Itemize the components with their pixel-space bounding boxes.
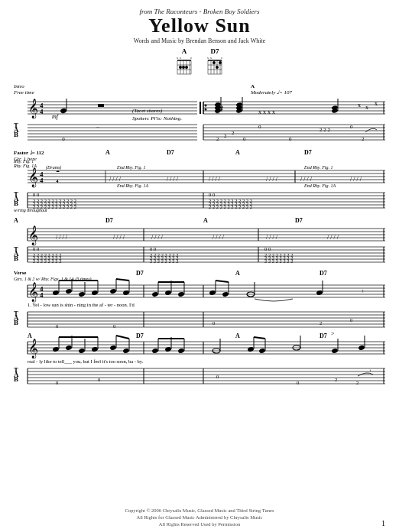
svg-text:/ / / /: / / / / [266,176,278,183]
svg-text:4: 4 [40,108,44,115]
chord-diagrams: A x o o D7 [14,47,385,77]
svg-text:2: 2 [320,320,322,326]
svg-text:Free time: Free time [14,89,34,96]
svg-text:D7: D7 [136,270,144,277]
verse-label: Verse [14,270,26,276]
svg-point-10 [179,66,182,69]
svg-text:2: 2 [335,377,337,382]
svg-text:0: 0 [113,323,115,329]
svg-text:↑: ↑ [362,288,365,294]
svg-text:/ / / /: / / / / [212,234,225,241]
svg-text:D7: D7 [167,149,174,156]
svg-text:/ / / /: / / / / [109,176,122,183]
svg-text:0: 0 [212,320,215,326]
tab-verse1: T A B 0 0 0 2 0 [14,310,385,329]
svg-text:o: o [221,56,222,60]
svg-text:2 2 2 2 2 2 2 2: 2 2 2 2 2 2 2 2 [33,252,61,258]
svg-text:𝄞: 𝄞 [28,99,38,119]
svg-line-243 [216,281,229,282]
svg-text:4: 4 [56,178,59,184]
credits-text: Words and Music by Brendan Benson and Ja… [14,37,385,44]
svg-text:A: A [235,270,240,277]
svg-text:0             0: 0 0 [33,192,39,197]
svg-text:End Rhy. Fig. 1A: End Rhy. Fig. 1A [303,183,336,188]
copyright-line2: All Rights for Glassed Music Administere… [0,514,399,521]
svg-text:2: 2 [356,380,358,385]
svg-text:0: 0 [258,124,261,130]
staff-verse-treble: 𝄞 4 4 [28,279,385,303]
svg-text:2: 2 [224,133,227,139]
svg-text:𝄼: 𝄼 [56,170,60,173]
svg-text:0         0: 0 0 [150,246,156,251]
svg-text:0: 0 [350,124,353,130]
svg-text:o: o [180,56,181,60]
svg-text:Moderately ♩= 107: Moderately ♩= 107 [250,89,292,96]
svg-point-288 [109,345,116,350]
svg-point-246 [316,290,323,295]
svg-point-279 [52,346,59,352]
svg-text:/ / / /: / / / / [350,176,362,183]
svg-text:𝄞: 𝄞 [28,339,38,359]
svg-text:A: A [203,217,208,224]
chord-a-name: A [176,47,193,55]
chord-a: A x o o [176,47,193,77]
svg-rect-46 [98,104,104,107]
chord-d7-grid: x x o [206,56,223,76]
svg-text:0: 0 [56,380,58,385]
svg-text:D7: D7 [304,149,312,156]
svg-text:/ / / /: / / / / [113,234,125,241]
svg-text:0         0: 0 0 [33,246,39,251]
svg-text:A: A [14,217,18,224]
svg-text:/ / / /: / / / / [167,176,179,183]
svg-text:2 2 2: 2 2 2 [320,127,331,133]
svg-point-216 [52,290,59,295]
svg-point-314 [358,345,365,350]
svg-text:4: 4 [40,291,44,299]
svg-point-28 [219,61,222,64]
svg-point-12 [185,66,188,69]
sheet-music: Intro Free time A Moderately ♩= 107 𝄞 4 … [14,80,385,488]
svg-text:0         0: 0 0 [264,246,271,251]
svg-point-283 [78,348,85,353]
svg-text:End Rhy. Fig. 1A: End Rhy. Fig. 1A [116,183,148,188]
staff-riff2-treble: 𝄞 / / / / / / / / / / / / / / / / / / / … [28,225,385,246]
svg-text:A: A [251,83,255,89]
svg-text:/ / / /: / / / / [56,234,68,241]
tab-intro-right: 2 2 2 0 0 0 2 2 2 0 2 [203,124,385,142]
svg-text:D7: D7 [136,332,144,339]
svg-text:𝄞: 𝄞 [28,167,38,188]
music-notation: Intro Free time A Moderately ♩= 107 𝄞 4 … [14,80,385,485]
svg-point-311 [331,348,338,353]
lyrics-line2: real - ly like to tell___ you, but I fee… [28,358,144,364]
svg-text:x: x [207,56,209,60]
svg-text:𝄞: 𝄞 [28,282,38,303]
svg-point-233 [164,290,171,295]
svg-line-308 [254,337,265,339]
svg-point-218 [65,288,72,294]
svg-text:0: 0 [56,323,58,329]
svg-text:o: o [190,56,192,60]
svg-text:D7: D7 [320,332,327,339]
svg-line-229 [116,279,129,281]
svg-text:0: 0 [62,136,65,142]
svg-text:0: 0 [289,136,292,142]
svg-point-296 [164,346,171,352]
svg-point-27 [216,66,219,69]
copyright-line1: Copyright © 2006 Chrysalis Music, Glasse… [0,507,399,514]
svg-point-235 [177,291,184,297]
svg-point-306 [258,348,265,353]
svg-text:𝄞: 𝄞 [28,225,38,246]
svg-point-285 [91,346,98,352]
svg-text:2: 2 [232,130,235,136]
svg-point-298 [177,348,184,353]
svg-point-241 [222,291,229,297]
svg-text:D7: D7 [320,270,327,277]
staff-intro-treble: 𝄞 4 4 mf (Tacet shores) Spoken: Pl'is: N… [28,99,197,122]
svg-text:2 2 2 2 2 2 2 2: 2 2 2 2 2 2 2 2 [150,252,178,258]
svg-text:A: A [235,332,240,339]
tab-verse2: T A B 0 0 0 0 2 2 ↑ [14,366,385,385]
svg-point-69 [205,108,207,110]
footer: Copyright © 2006 Chrysalis Music, Glasse… [0,507,399,527]
svg-text:4: 4 [40,177,44,184]
svg-point-220 [78,291,85,297]
